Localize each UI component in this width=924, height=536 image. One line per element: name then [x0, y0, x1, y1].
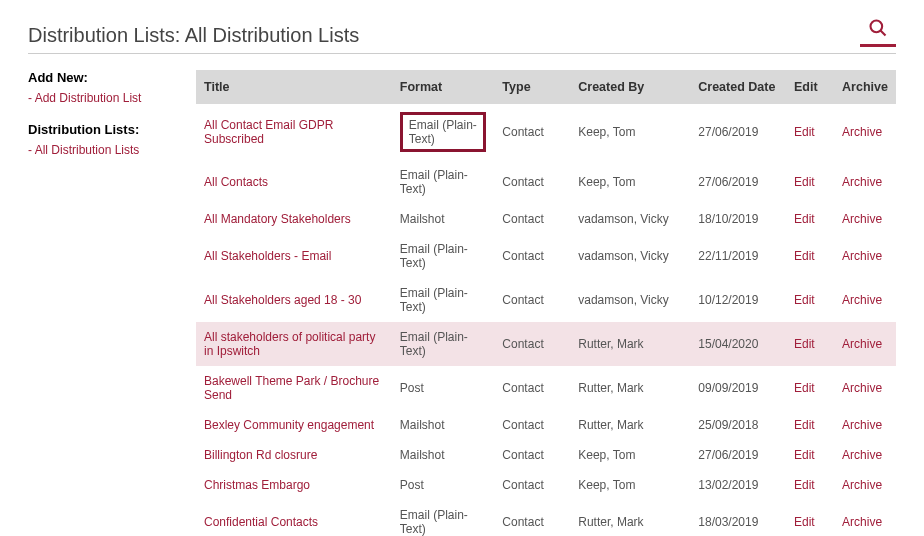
row-created-date: 18/03/2019	[690, 500, 786, 536]
row-format: Email (Plain-Text)	[392, 322, 495, 366]
row-archive-link[interactable]: Archive	[842, 175, 882, 189]
row-created-date: 27/06/2019	[690, 160, 786, 204]
row-type: Contact	[494, 278, 570, 322]
row-format: Mailshot	[392, 440, 495, 470]
row-title-link[interactable]: All Stakeholders aged 18 - 30	[204, 293, 361, 307]
row-created-by: Keep, Tom	[570, 440, 690, 470]
row-archive-link[interactable]: Archive	[842, 249, 882, 263]
main-content: Title Format Type Created By Created Dat…	[196, 70, 896, 536]
row-created-date: 10/12/2019	[690, 278, 786, 322]
sidebar-link-all-distribution-lists[interactable]: All Distribution Lists	[28, 141, 178, 160]
row-edit-link[interactable]: Edit	[794, 381, 815, 395]
row-archive-link[interactable]: Archive	[842, 515, 882, 529]
row-type: Contact	[494, 470, 570, 500]
row-edit-link[interactable]: Edit	[794, 125, 815, 139]
row-edit-link[interactable]: Edit	[794, 337, 815, 351]
row-format: Email (Plain-Text)	[392, 278, 495, 322]
table-row: All Stakeholders aged 18 - 30Email (Plai…	[196, 278, 896, 322]
row-title-link[interactable]: All Contacts	[204, 175, 268, 189]
row-archive-link[interactable]: Archive	[842, 125, 882, 139]
table-row: All Stakeholders - EmailEmail (Plain-Tex…	[196, 234, 896, 278]
row-edit-link[interactable]: Edit	[794, 478, 815, 492]
row-created-date: 25/09/2018	[690, 410, 786, 440]
col-header-title[interactable]: Title	[196, 70, 392, 104]
row-created-by: Rutter, Mark	[570, 366, 690, 410]
table-row: Confidential ContactsEmail (Plain-Text)C…	[196, 500, 896, 536]
row-created-by: Keep, Tom	[570, 160, 690, 204]
row-type: Contact	[494, 204, 570, 234]
row-created-by: Rutter, Mark	[570, 500, 690, 536]
row-created-by: vadamson, Vicky	[570, 204, 690, 234]
row-archive-link[interactable]: Archive	[842, 448, 882, 462]
row-format: Email (Plain-Text)	[392, 234, 495, 278]
row-edit-link[interactable]: Edit	[794, 293, 815, 307]
row-edit-link[interactable]: Edit	[794, 448, 815, 462]
sidebar-heading-distribution-lists: Distribution Lists:	[28, 122, 178, 137]
row-type: Contact	[494, 410, 570, 440]
row-type: Contact	[494, 160, 570, 204]
col-header-edit: Edit	[786, 70, 834, 104]
row-type: Contact	[494, 234, 570, 278]
row-archive-link[interactable]: Archive	[842, 381, 882, 395]
row-title-link[interactable]: All stakeholders of political party in I…	[204, 330, 375, 358]
row-created-by: Keep, Tom	[570, 470, 690, 500]
table-row: All Contact Email GDPR SubscribedEmail (…	[196, 104, 896, 160]
row-created-date: 27/06/2019	[690, 440, 786, 470]
row-archive-link[interactable]: Archive	[842, 293, 882, 307]
row-created-by: Rutter, Mark	[570, 410, 690, 440]
row-edit-link[interactable]: Edit	[794, 515, 815, 529]
svg-point-0	[871, 21, 883, 33]
row-format: Post	[392, 470, 495, 500]
search-icon	[868, 18, 888, 38]
row-format: Mailshot	[392, 410, 495, 440]
table-row: Christmas EmbargoPostContactKeep, Tom13/…	[196, 470, 896, 500]
col-header-created-by[interactable]: Created By	[570, 70, 690, 104]
row-format: Post	[392, 366, 495, 410]
page-header: Distribution Lists: All Distribution Lis…	[28, 18, 896, 54]
row-created-date: 22/11/2019	[690, 234, 786, 278]
page-title: Distribution Lists: All Distribution Lis…	[28, 24, 359, 47]
row-created-date: 27/06/2019	[690, 104, 786, 160]
row-type: Contact	[494, 440, 570, 470]
col-header-format[interactable]: Format	[392, 70, 495, 104]
row-title-link[interactable]: Bexley Community engagement	[204, 418, 374, 432]
row-type: Contact	[494, 104, 570, 160]
row-edit-link[interactable]: Edit	[794, 212, 815, 226]
col-header-archive: Archive	[834, 70, 896, 104]
row-title-link[interactable]: Bakewell Theme Park / Brochure Send	[204, 374, 379, 402]
row-title-link[interactable]: Billington Rd closrure	[204, 448, 317, 462]
row-type: Contact	[494, 322, 570, 366]
row-archive-link[interactable]: Archive	[842, 478, 882, 492]
row-archive-link[interactable]: Archive	[842, 337, 882, 351]
row-format-highlight: Email (Plain-Text)	[400, 112, 487, 152]
sidebar-link-add-distribution-list[interactable]: Add Distribution List	[28, 89, 178, 108]
table-row: Bexley Community engagementMailshotConta…	[196, 410, 896, 440]
row-archive-link[interactable]: Archive	[842, 418, 882, 432]
row-title-link[interactable]: Confidential Contacts	[204, 515, 318, 529]
row-title-link[interactable]: Christmas Embargo	[204, 478, 310, 492]
row-edit-link[interactable]: Edit	[794, 175, 815, 189]
row-title-link[interactable]: All Stakeholders - Email	[204, 249, 331, 263]
row-created-by: vadamson, Vicky	[570, 234, 690, 278]
col-header-created-date[interactable]: Created Date	[690, 70, 786, 104]
row-created-date: 18/10/2019	[690, 204, 786, 234]
table-row: Bakewell Theme Park / Brochure SendPostC…	[196, 366, 896, 410]
row-edit-link[interactable]: Edit	[794, 249, 815, 263]
sidebar-heading-add-new: Add New:	[28, 70, 178, 85]
row-format: Mailshot	[392, 204, 495, 234]
search-underline	[860, 44, 896, 47]
row-format: Email (Plain-Text)	[392, 160, 495, 204]
row-edit-link[interactable]: Edit	[794, 418, 815, 432]
table-row: All stakeholders of political party in I…	[196, 322, 896, 366]
row-created-date: 09/09/2019	[690, 366, 786, 410]
search-button[interactable]	[860, 18, 896, 47]
col-header-type[interactable]: Type	[494, 70, 570, 104]
row-archive-link[interactable]: Archive	[842, 212, 882, 226]
row-title-link[interactable]: All Mandatory Stakeholders	[204, 212, 351, 226]
row-type: Contact	[494, 500, 570, 536]
row-created-by: Keep, Tom	[570, 104, 690, 160]
row-title-link[interactable]: All Contact Email GDPR Subscribed	[204, 118, 333, 146]
row-format: Email (Plain-Text)	[392, 500, 495, 536]
sidebar: Add New: Add Distribution List Distribut…	[28, 70, 178, 536]
table-row: All Mandatory StakeholdersMailshotContac…	[196, 204, 896, 234]
